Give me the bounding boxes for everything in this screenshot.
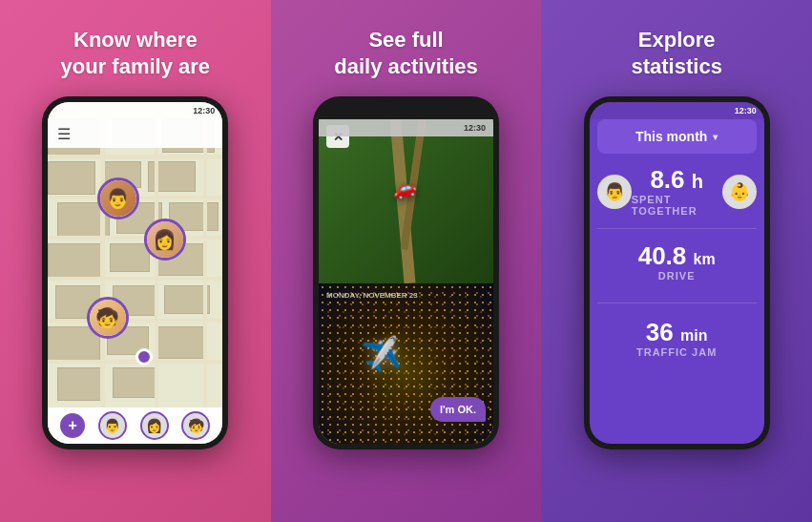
bottom-avatar-man[interactable]: 👨 (98, 411, 127, 440)
stat-hours-block: 8.6 h SPENT TOGETHER (632, 167, 722, 217)
stats-screen: 12:30 This month ▾ 👨 8.6 h SPENT TOGETHE… (590, 102, 764, 444)
status-time-3: 12:30 (735, 106, 757, 115)
status-time-2: 12:30 (464, 123, 486, 133)
panel-1-title: Know whereyour family are (61, 27, 211, 79)
panel-3-title: Explorestatistics (631, 27, 721, 79)
phone-3-screen: 12:30 This month ▾ 👨 8.6 h SPENT TOGETHE… (590, 102, 764, 444)
status-bar-2: 12:30 (319, 119, 493, 136)
bottom-avatar-woman[interactable]: 👩 (140, 411, 169, 440)
terrain-map: ✕ 🚗 (319, 119, 493, 283)
avatar-pin-man: 👨 (97, 177, 139, 219)
stat-row-drive: 40.8 km DRIVE (597, 243, 757, 282)
panel-statistics: Explorestatistics 12:30 This month ▾ 👨 8… (541, 0, 812, 522)
stat-divider-2 (597, 303, 757, 303)
status-bar-3: 12:30 (590, 102, 764, 119)
avatar-pin-woman: 👩 (144, 219, 186, 261)
stat-hours-label: SPENT TOGETHER (632, 194, 722, 217)
airplane-icon: ✈️ (360, 333, 404, 375)
add-button[interactable]: + (60, 413, 85, 438)
phone-3-frame: 12:30 This month ▾ 👨 8.6 h SPENT TOGETHE… (584, 96, 770, 449)
menu-icon[interactable]: ☰ (57, 125, 71, 143)
phone-1-screen: ☰ 12:30 👨 👩 🧒 (48, 102, 222, 444)
status-bar-1: 12:30 (48, 102, 222, 119)
phone-1-frame: ☰ 12:30 👨 👩 🧒 (42, 96, 228, 449)
night-city-map: MONDAY, NOVEMBER 23 ✈️ I'm OK. (319, 283, 493, 444)
phone-2-frame: 12:30 ✕ 🚗 (313, 96, 499, 449)
stat-drive-value: 40.8 km (638, 243, 716, 268)
map-screen: ☰ 12:30 👨 👩 🧒 (48, 102, 222, 444)
stat-row-hours: 👨 8.6 h SPENT TOGETHER 👶 (597, 167, 757, 217)
panel-know-where: Know whereyour family are (0, 0, 271, 522)
panel-activities: See fulldaily activities 12:30 ✕ (271, 0, 542, 522)
map-header: ☰ (48, 119, 222, 148)
panel-2-title: See fulldaily activities (334, 27, 477, 79)
location-dot (135, 348, 153, 365)
period-selector[interactable]: This month ▾ (597, 119, 757, 154)
chevron-down-icon: ▾ (713, 132, 718, 142)
status-time-1: 12:30 (193, 106, 215, 115)
stat-traffic-label: TRAFFIC JAM (636, 346, 717, 358)
stat-hours-value: 8.6 h (650, 167, 703, 192)
stat-row-traffic: 36 min TRAFFIC JAM (597, 320, 757, 358)
stat-drive-block: 40.8 km DRIVE (597, 243, 757, 282)
stat-traffic-block: 36 min TRAFFIC JAM (597, 320, 757, 358)
message-bubble: I'm OK. (430, 397, 486, 422)
date-badge: MONDAY, NOVEMBER 23 (326, 291, 418, 300)
bottom-avatar-child[interactable]: 🧒 (181, 411, 210, 440)
activity-screen: 12:30 ✕ 🚗 (319, 119, 493, 444)
avatar-pin-child: 🧒 (87, 297, 129, 339)
bottom-bar: + 👨 👩 🧒 (48, 407, 222, 444)
period-label: This month (635, 129, 707, 144)
stat-divider-1 (597, 228, 757, 229)
stat-drive-label: DRIVE (658, 270, 696, 282)
avatar-man-stat: 👨 (597, 175, 632, 209)
avatar-baby-stat: 👶 (722, 175, 757, 209)
stat-traffic-value: 36 min (646, 320, 708, 345)
phone-2-screen: 12:30 ✕ 🚗 (319, 102, 493, 444)
